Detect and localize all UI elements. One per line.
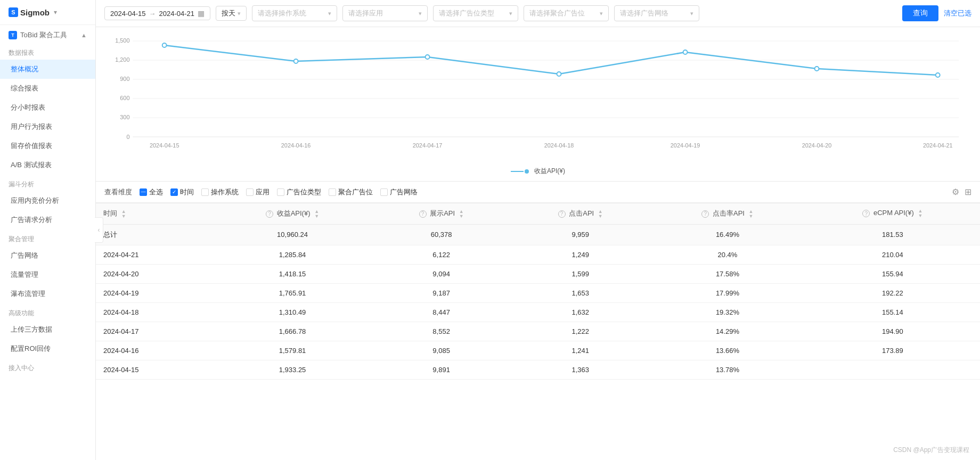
checkbox-aggregate-label: 聚合广告位 [338, 187, 373, 197]
os-filter[interactable]: 请选择操作系统 ▾ [252, 5, 337, 21]
aggregate-slot-filter[interactable]: 请选择聚合广告位 ▾ [524, 5, 609, 21]
app-filter-placeholder: 请选择应用 [348, 9, 383, 18]
sidebar-item-third-party[interactable]: 上传三方数据 [0, 320, 95, 339]
sidebar-item-overview[interactable]: 整体概况 [0, 60, 95, 79]
chart-dot-1 [294, 59, 298, 63]
chart-wrap: 0 300 600 900 1,200 1,500 2024-04-15 202… [107, 36, 969, 163]
ad-network-placeholder: 请选择广告网络 [620, 9, 668, 18]
checkbox-os[interactable]: 操作系统 [201, 187, 239, 197]
settings-icon[interactable]: ⚙ [952, 187, 959, 197]
cell-click: 1,632 [511, 302, 650, 322]
cell-ctr: 16.49% [650, 224, 805, 245]
cell-ecpm: 210.04 [805, 245, 980, 264]
sort-ecpm-icon: ▲▼ [918, 209, 922, 218]
info-ctr-icon[interactable]: ? [701, 210, 709, 218]
data-table: 时间 ▲▼ ? 收益API(¥) ▲▼ ? 展示API ▲▼ ? [96, 203, 980, 380]
cell-ecpm: 181.53 [805, 224, 980, 245]
svg-text:300: 300 [120, 114, 129, 120]
svg-text:2024-04-21: 2024-04-21 [923, 142, 953, 149]
sidebar-item-composite[interactable]: 综合报表 [0, 79, 95, 98]
sidebar-item-retention[interactable]: 留存价值报表 [0, 136, 95, 155]
th-ecpm[interactable]: ? eCPM API(¥) ▲▼ [805, 203, 980, 225]
sidebar-item-ad-network[interactable]: 广告网络 [0, 246, 95, 265]
sigmob-icon: S [9, 7, 18, 17]
cell-impression: 9,891 [372, 360, 511, 379]
svg-text:0: 0 [126, 134, 129, 140]
table-body: 总计10,960.2460,3789,95916.49%181.532024-0… [96, 224, 980, 379]
checkbox-os-label: 操作系统 [211, 187, 239, 197]
cell-time: 2024-04-18 [96, 302, 213, 322]
cell-impression: 8,552 [372, 322, 511, 341]
top-filter-bar: 2024-04-15 → 2024-04-21 ▦ 按天 ▾ 请选择操作系统 ▾… [96, 0, 980, 27]
cell-revenue: 1,285.84 [213, 245, 372, 264]
info-revenue-icon[interactable]: ? [266, 210, 273, 218]
cell-ecpm: 194.90 [805, 322, 980, 341]
sidebar-item-ab-test[interactable]: A/B 测试报表 [0, 155, 95, 175]
checkbox-time[interactable]: 时间 [170, 187, 194, 197]
svg-text:2024-04-16: 2024-04-16 [281, 142, 311, 149]
cell-ctr: 14.29% [650, 322, 805, 341]
sidebar-item-hourly[interactable]: 分小时报表 [0, 98, 95, 117]
table-row: 2024-04-151,933.259,8911,36313.78% [96, 360, 980, 379]
checkbox-time-label: 时间 [180, 187, 194, 197]
th-time[interactable]: 时间 ▲▼ [96, 203, 213, 225]
checkbox-aggregate[interactable]: 聚合广告位 [329, 187, 373, 197]
th-ctr[interactable]: ? 点击率API ▲▼ [650, 203, 805, 225]
sidebar-item-ad-demand[interactable]: 广告请求分析 [0, 210, 95, 229]
checkbox-all[interactable]: 全选 [140, 187, 163, 197]
query-button[interactable]: 查询 [902, 5, 938, 21]
cell-click: 1,241 [511, 341, 650, 360]
cell-ecpm [805, 360, 980, 379]
cell-ecpm: 155.14 [805, 302, 980, 322]
ad-type-filter[interactable]: 请选择广告位类型 ▾ [433, 5, 518, 21]
export-icon[interactable]: ⊞ [965, 187, 971, 197]
svg-text:2024-04-19: 2024-04-19 [671, 142, 700, 149]
th-click[interactable]: ? 点击API ▲▼ [511, 203, 650, 225]
logo-area[interactable]: S Sigmob ▾ [0, 0, 95, 25]
sort-revenue-icon: ▲▼ [314, 209, 319, 219]
svg-text:2024-04-20: 2024-04-20 [802, 142, 832, 149]
chart-dot-3 [557, 72, 561, 76]
ad-network-filter[interactable]: 请选择广告网络 ▾ [614, 5, 699, 21]
th-revenue[interactable]: ? 收益API(¥) ▲▼ [213, 203, 372, 225]
legend-label: 收益API(¥) [534, 167, 565, 176]
revenue-chart: 0 300 600 900 1,200 1,500 2024-04-15 202… [107, 36, 969, 153]
checkbox-network[interactable]: 广告网络 [380, 187, 418, 197]
tobid-section-header[interactable]: T ToBid 聚合工具 ▲ [0, 25, 95, 43]
cell-time: 2024-04-19 [96, 283, 213, 302]
checkbox-ad-type[interactable]: 广告位类型 [277, 187, 321, 197]
th-impression[interactable]: ? 展示API ▲▼ [372, 203, 511, 225]
date-start: 2024-04-15 [110, 10, 146, 18]
checkbox-app[interactable]: 应用 [246, 187, 270, 197]
granularity-label: 按天 [222, 9, 235, 18]
funnel-category: 漏斗分析 [0, 175, 95, 191]
table-row: 2024-04-211,285.846,1221,24920.4%210.04 [96, 245, 980, 264]
info-click-icon[interactable]: ? [558, 210, 566, 218]
clear-button[interactable]: 清空已选 [944, 9, 971, 18]
checkbox-all-box [140, 188, 147, 196]
cell-impression: 9,094 [372, 264, 511, 283]
info-ecpm-icon[interactable]: ? [862, 210, 870, 217]
checkbox-os-box [201, 188, 209, 196]
date-range-picker[interactable]: 2024-04-15 → 2024-04-21 ▦ [104, 6, 210, 20]
ad-type-filter-placeholder: 请选择广告位类型 [439, 9, 494, 18]
sidebar-item-user-behavior[interactable]: 用户行为报表 [0, 117, 95, 136]
svg-text:900: 900 [120, 76, 129, 82]
cell-ctr: 20.4% [650, 245, 805, 264]
chart-dot-5 [815, 67, 819, 71]
date-end: 2024-04-21 [159, 10, 195, 18]
aggregate-slot-arrow: ▾ [600, 10, 603, 17]
sidebar-collapse-btn[interactable]: ‹ [95, 217, 103, 243]
chart-container: 0 300 600 900 1,200 1,500 2024-04-15 202… [96, 27, 980, 182]
checkbox-time-box [170, 188, 178, 196]
cell-click: 1,599 [511, 264, 650, 283]
info-impression-icon[interactable]: ? [419, 210, 427, 218]
app-filter[interactable]: 请选择应用 ▾ [342, 5, 428, 21]
sidebar-item-waterfall[interactable]: 瀑布流管理 [0, 284, 95, 303]
sidebar-item-roi[interactable]: 配置ROI回传 [0, 339, 95, 358]
checkbox-ad-type-box [277, 188, 284, 196]
granularity-select[interactable]: 按天 ▾ [216, 6, 247, 21]
cell-time: 2024-04-15 [96, 360, 213, 379]
sidebar-item-in-app-bid[interactable]: 应用内竞价分析 [0, 191, 95, 210]
sidebar-item-traffic[interactable]: 流量管理 [0, 265, 95, 284]
